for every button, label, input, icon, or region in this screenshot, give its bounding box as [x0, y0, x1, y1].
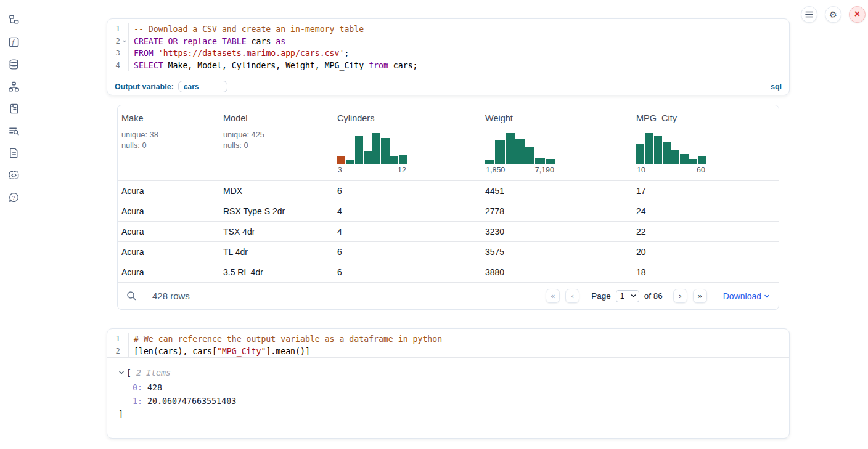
histogram-bar[interactable] — [355, 136, 363, 164]
column-header-make[interactable]: Make unique: 38 nulls: 0 — [118, 105, 219, 180]
stat-unique: unique: 38 — [121, 130, 219, 140]
histogram-bar[interactable] — [495, 140, 504, 164]
python-code-editor[interactable]: 1# We can reference the output variable … — [107, 329, 789, 357]
document-icon — [8, 147, 20, 159]
histogram-bar[interactable] — [680, 154, 688, 164]
histogram-bar[interactable] — [654, 136, 662, 164]
column-header-cylinders[interactable]: Cylinders 3 12 — [334, 105, 481, 180]
syntax-token: CREATE — [134, 37, 163, 46]
histogram-bar[interactable] — [671, 150, 679, 164]
column-header-model[interactable]: Model unique: 425 nulls: 0 — [219, 105, 334, 180]
histogram-bars — [636, 132, 706, 164]
syntax-token — [154, 49, 158, 58]
sidebar-item-variables[interactable]: f — [5, 33, 22, 51]
histogram-bar[interactable] — [364, 151, 372, 164]
histogram-weight[interactable]: 1,850 7,190 — [485, 132, 555, 174]
syntax-token: replace — [182, 37, 217, 46]
histogram-bar[interactable] — [645, 133, 653, 164]
tree-entry-key: 0: — [133, 383, 142, 392]
sidebar-item-logs[interactable] — [5, 122, 22, 139]
table-header-row: Make unique: 38 nulls: 0 Model unique: 4… — [118, 105, 779, 180]
sidebar-item-help[interactable]: ? — [5, 188, 22, 206]
table-cell: Acura — [118, 186, 219, 196]
next-page-button[interactable]: › — [673, 289, 687, 303]
sidebar-item-documentation[interactable] — [5, 144, 22, 161]
histogram-bar[interactable] — [337, 156, 345, 164]
histogram-bar[interactable] — [485, 160, 494, 164]
settings-button[interactable]: ⚙ — [825, 6, 841, 23]
code-line[interactable]: 1-- Download a CSV and create an in-memo… — [107, 23, 789, 36]
sidebar-item-scratchpad[interactable] — [5, 100, 22, 117]
table-row[interactable]: Acura3.5 RL 4dr6388018 — [118, 262, 779, 282]
sql-code-editor[interactable]: 1-- Download a CSV and create an in-memo… — [107, 19, 789, 71]
code-text: -- Download a CSV and create an in-memor… — [129, 23, 364, 36]
database-icon — [8, 59, 20, 70]
table-cell: 6 — [334, 267, 481, 277]
fold-chevron-icon[interactable] — [120, 36, 128, 48]
table-row[interactable]: AcuraTSX 4dr4323022 — [118, 221, 779, 241]
search-icon[interactable] — [126, 291, 137, 301]
code-text: SELECT Make, Model, Cylinders, Weight, M… — [129, 60, 418, 72]
column-header-weight[interactable]: Weight 1,850 7,190 — [481, 105, 633, 180]
histogram-bar[interactable] — [636, 144, 644, 164]
sidebar-item-snippets[interactable] — [5, 166, 22, 184]
histogram-bar[interactable] — [399, 155, 407, 164]
axis-max-label: 12 — [398, 166, 406, 174]
code-line[interactable]: 3FROM 'https://datasets.marimo.app/cars.… — [107, 47, 789, 60]
line-number: 1 — [107, 23, 120, 36]
table-row[interactable]: AcuraMDX6445117 — [118, 180, 779, 201]
histogram-axis: 1,850 7,190 — [485, 166, 555, 174]
histogram-bar[interactable] — [535, 158, 544, 164]
syntax-token: TABLE — [222, 37, 247, 46]
column-label: MPG_City — [636, 113, 779, 123]
page-total-label: of 86 — [644, 291, 663, 301]
histogram-bar[interactable] — [381, 138, 389, 164]
shutdown-button[interactable]: × — [849, 6, 866, 23]
histogram-bar[interactable] — [525, 147, 534, 164]
first-page-button[interactable]: « — [546, 289, 560, 303]
output-variable-input[interactable] — [178, 81, 227, 92]
histogram-bar[interactable] — [698, 156, 706, 164]
histogram-bar[interactable] — [663, 142, 671, 164]
table-row[interactable]: AcuraRSX Type S 2dr4277824 — [118, 201, 779, 221]
row-count: 428 rows — [152, 291, 190, 301]
syntax-token: OR — [168, 37, 178, 46]
table-row[interactable]: AcuraTL 4dr6357520 — [118, 241, 779, 262]
histogram-bar[interactable] — [546, 159, 555, 164]
language-badge[interactable]: sql — [771, 83, 782, 91]
sidebar-item-datasources[interactable] — [5, 55, 22, 73]
histogram-bar[interactable] — [372, 133, 380, 164]
histogram-bar[interactable] — [515, 139, 525, 164]
column-stats: unique: 425 nulls: 0 — [223, 130, 334, 150]
download-button[interactable]: Download — [723, 291, 770, 301]
menu-button[interactable] — [801, 6, 817, 23]
code-line[interactable]: 4SELECT Make, Model, Cylinders, Weight, … — [107, 60, 789, 72]
sidebar-item-file-explorer[interactable] — [5, 11, 22, 28]
syntax-token: cars; — [388, 61, 418, 70]
column-label: Weight — [485, 113, 633, 123]
histogram-bar[interactable] — [390, 156, 398, 164]
histogram-bars — [337, 132, 407, 164]
table-cell: 3880 — [481, 267, 633, 277]
histogram-bar[interactable] — [689, 159, 697, 164]
prev-page-button[interactable]: ‹ — [565, 289, 579, 303]
histogram-bar[interactable] — [506, 133, 515, 164]
histogram-mpg-city[interactable]: 10 60 — [636, 132, 706, 174]
histogram-cylinders[interactable]: 3 12 — [337, 132, 407, 174]
column-label: Cylinders — [337, 113, 481, 123]
histogram-bar[interactable] — [346, 160, 354, 164]
code-line[interactable]: 2[len(cars), cars["MPG_City"].mean()] — [107, 346, 789, 358]
code-line[interactable]: 2CREATE OR replace TABLE cars as — [107, 36, 789, 48]
tree-collapse-toggle[interactable] — [118, 370, 125, 376]
sidebar-item-dependency-graph[interactable] — [5, 78, 22, 95]
code-line[interactable]: 1# We can reference the output variable … — [107, 333, 789, 346]
column-header-mpg-city[interactable]: MPG_City 10 60 — [633, 105, 779, 180]
page-select[interactable]: 1 — [616, 290, 639, 302]
tree-entry: 1: 20.060747663551403 — [133, 395, 789, 408]
tree-close-bracket: ] — [118, 408, 789, 421]
line-gutter: 4 — [107, 60, 129, 72]
stat-unique: unique: 425 — [223, 130, 334, 140]
table-cell: 20 — [633, 247, 779, 257]
stat-nulls: nulls: 0 — [121, 140, 219, 151]
last-page-button[interactable]: » — [693, 289, 707, 303]
